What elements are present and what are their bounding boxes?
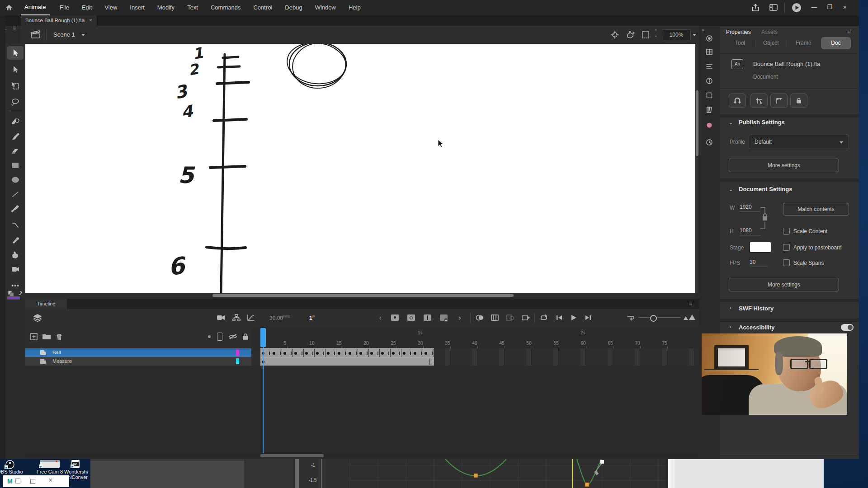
prev-keyframe-icon[interactable]: ‹ [374,312,386,324]
keyframe-dot[interactable] [305,352,308,355]
dock-menu-icon[interactable]: ≡ [13,25,16,31]
camera-tool[interactable] [7,263,24,276]
camera-toggle-icon[interactable] [215,312,227,324]
document-tab[interactable]: Bounce Ball Rough (1).fla× [21,15,97,26]
outline-column-icon[interactable] [217,333,222,341]
keyframe-dot[interactable] [359,352,362,355]
keyframe-dot[interactable] [283,352,286,355]
keyframe-dot[interactable] [338,352,340,355]
new-layer-icon[interactable] [28,331,40,343]
menu-item-commands[interactable]: Commands [204,0,247,15]
docsettings-collapse-icon[interactable]: ⌄ [729,187,733,192]
frames-grid[interactable] [251,348,699,366]
hand-tool[interactable] [7,248,24,262]
publish-settings-header[interactable]: Publish Settings [739,119,785,126]
keyframe-dot[interactable] [392,352,395,355]
pen-tool[interactable] [7,202,24,216]
free-cam-shortcut-icon[interactable] [40,460,60,468]
apply-pasteboard-checkbox[interactable] [783,244,790,251]
timeline-tab[interactable]: Timeline [25,299,67,309]
match-contents-button[interactable]: Match contents [783,203,849,216]
profile-select[interactable]: Default [749,135,849,149]
clip-content-icon[interactable] [641,30,650,41]
menu-item-window[interactable]: Window [309,0,342,15]
lasso-tool[interactable] [7,95,24,109]
zoom-out-mountain-icon[interactable] [684,316,688,320]
classic-brush-tool[interactable] [7,130,24,143]
lock-all-layers-icon[interactable] [240,331,251,343]
layer-row-ball[interactable]: Ball [25,348,251,357]
layer-outline-color-chip[interactable] [236,358,239,364]
zoom-level-value[interactable]: 100% [662,29,691,40]
layers-stack-icon[interactable] [32,312,43,324]
keyframe-dot[interactable] [414,352,416,355]
swf-history-header[interactable]: SWF History [739,305,774,312]
scale-content-checkbox[interactable] [783,228,790,235]
step-forward-icon[interactable] [582,312,594,324]
menu-item-file[interactable]: File [53,0,75,15]
publish-more-settings-button[interactable]: More settings [729,159,839,172]
menu-item-edit[interactable]: Edit [75,0,98,15]
publish-collapse-icon[interactable]: ⌄ [729,120,733,126]
line-tool[interactable] [7,188,24,201]
document-settings-header[interactable]: Document Settings [739,186,792,192]
keyframe-dot[interactable] [273,352,275,355]
scale-spans-checkbox[interactable] [783,259,790,266]
align-panel-icon[interactable] [703,61,715,72]
frame-span-ball[interactable] [260,348,434,357]
test-movie-play-icon[interactable] [791,2,802,15]
share-icon[interactable] [750,3,760,14]
timeline-hscroll-thumb[interactable] [260,454,324,457]
menu-item-view[interactable]: View [98,0,123,15]
timeline-zoom-slider-knob[interactable] [650,315,657,322]
remove-frames-icon[interactable] [438,312,449,324]
tab-close-icon[interactable]: × [89,17,92,23]
layer-parenting-icon[interactable] [231,312,242,324]
color-panel-icon[interactable] [703,33,715,44]
free-cam-shortcut-label[interactable]: Free Cam 8 [33,469,66,474]
menu-item-help[interactable]: Help [342,0,367,15]
insert-frame-icon[interactable] [421,312,433,324]
cc-libraries-panel-icon[interactable] [703,120,715,131]
keyframe-dot[interactable] [425,352,427,355]
tab-assets[interactable]: Assets [761,27,778,38]
lock-guides-button[interactable] [790,94,807,108]
mini-window-close-icon[interactable]: × [48,476,52,484]
center-frame-icon[interactable] [625,312,637,324]
close-button[interactable]: × [838,2,852,13]
keyframe-dot[interactable] [381,352,384,355]
timeline-ruler[interactable]: 510152025303540455055606570751s2s [251,327,699,348]
scene-breadcrumb[interactable]: Scene 1 [53,26,75,44]
mode-object[interactable]: Object [763,40,779,46]
keyframe-dot[interactable] [370,352,373,355]
layer-row-measure[interactable]: Measure [25,357,251,366]
fill-color-swatch[interactable] [7,296,20,300]
timeline-hscrollbar[interactable] [25,453,699,458]
zoom-dropdown-icon[interactable] [693,34,696,36]
tab-properties[interactable]: Properties [726,27,751,38]
menu-item-insert[interactable]: Insert [123,0,151,15]
link-wh-icon[interactable] [760,206,769,231]
rotate-hand-icon[interactable] [626,30,636,41]
timeline-zoom-slider-track[interactable] [638,317,681,318]
keyframe-dot[interactable] [403,352,406,355]
selection-tool[interactable] [7,46,24,60]
workspace-icon[interactable] [769,3,778,14]
mode-doc[interactable]: Doc [821,37,851,49]
mode-tool[interactable]: Tool [735,40,745,46]
create-span-icon[interactable] [520,312,532,324]
mini-window-maximize-icon[interactable] [30,479,35,484]
new-folder-icon[interactable] [41,331,52,343]
home-icon[interactable] [5,3,14,14]
transform-panel-icon[interactable] [703,90,715,101]
keyframe-dot[interactable] [327,352,330,355]
layer-outline-color-chip[interactable] [236,350,239,356]
menu-item-control[interactable]: Control [247,0,278,15]
keyframe-dot[interactable] [349,352,351,355]
hide-all-layers-icon[interactable] [227,331,239,343]
next-keyframe-icon[interactable]: › [454,312,466,324]
eyedropper-tool[interactable] [7,234,24,247]
step-back-icon[interactable] [553,312,565,324]
zoom-in-mountain-icon[interactable] [689,314,695,320]
library-panel-icon[interactable] [703,104,715,115]
